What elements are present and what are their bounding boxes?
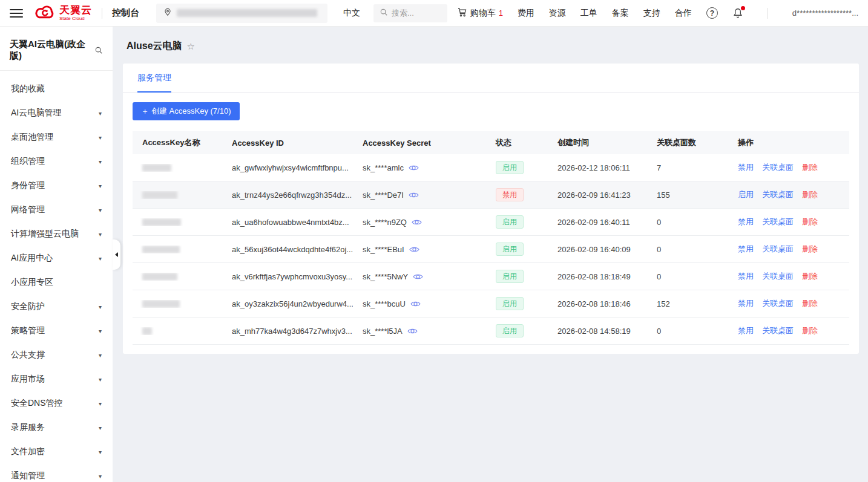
cloud-logo-icon bbox=[34, 4, 56, 22]
chevron-down-icon: ▾ bbox=[99, 376, 102, 383]
service-card: 服务管理 ＋ 创建 AccessKey (7/10) AccessKey名称Ac… bbox=[123, 64, 859, 354]
eye-icon[interactable] bbox=[412, 218, 422, 226]
accesskey-secret: sk_****De7I bbox=[363, 191, 404, 200]
row-action[interactable]: 关联桌面 bbox=[762, 298, 794, 309]
plus-icon: ＋ bbox=[141, 106, 149, 117]
eye-icon[interactable] bbox=[407, 327, 418, 335]
delete-action[interactable]: 删除 bbox=[802, 189, 818, 200]
nav-item-tickets[interactable]: 工单 bbox=[580, 8, 597, 19]
delete-action[interactable]: 删除 bbox=[802, 271, 818, 282]
column-header: AccessKey ID bbox=[222, 138, 353, 148]
sidebar-item[interactable]: 安全防护 ▾ bbox=[0, 295, 113, 319]
eye-icon[interactable] bbox=[409, 246, 419, 253]
chevron-down-icon: ▾ bbox=[99, 134, 102, 141]
sidebar-collapse-button[interactable] bbox=[113, 239, 120, 270]
sidebar-item[interactable]: 公共支撑 ▾ bbox=[0, 343, 113, 367]
accesskey-name-redacted bbox=[142, 246, 180, 253]
sidebar-item[interactable]: 录屏服务 ▾ bbox=[0, 415, 113, 440]
help-icon[interactable]: ? bbox=[706, 7, 718, 19]
accesskey-id: ak_mh77ka4w4g3d647z7whxjv3... bbox=[232, 327, 352, 336]
eye-icon[interactable] bbox=[409, 191, 419, 199]
row-action[interactable]: 禁用 bbox=[738, 162, 754, 173]
row-action[interactable]: 启用 bbox=[738, 189, 754, 200]
chevron-down-icon: ▾ bbox=[99, 110, 102, 117]
sidebar-item[interactable]: 通知管理 ▾ bbox=[0, 464, 113, 482]
eye-icon[interactable] bbox=[410, 300, 421, 308]
row-actions: 启用关联桌面删除 bbox=[728, 189, 849, 200]
sidebar-item[interactable]: 应用市场 ▾ bbox=[0, 367, 113, 391]
accesskey-id: ak_oy3zakzix56j4un2wbyedurw4... bbox=[232, 299, 353, 308]
accesskey-secret: sk_****EBuI bbox=[363, 245, 404, 254]
table-row: ak_trnz44ys2e66qfrwzg3h354dz... sk_****D… bbox=[133, 181, 849, 209]
sidebar-item[interactable]: 小应用专区 ▾ bbox=[0, 270, 113, 295]
console-link[interactable]: 控制台 bbox=[112, 7, 139, 19]
sidebar-item[interactable]: 策略管理 ▾ bbox=[0, 319, 113, 343]
delete-action[interactable]: 删除 bbox=[802, 217, 818, 227]
row-action[interactable]: 关联桌面 bbox=[762, 162, 794, 173]
cart-button[interactable]: 购物车 1 bbox=[456, 7, 503, 20]
sidebar-search-icon[interactable] bbox=[94, 46, 103, 54]
region-name-redacted bbox=[177, 9, 317, 17]
account-menu[interactable]: d******************... bbox=[792, 8, 858, 18]
nav-item-cooperation[interactable]: 合作 bbox=[675, 8, 692, 19]
eye-icon[interactable] bbox=[413, 273, 423, 281]
sidebar-item[interactable]: 计算增强型云电脑 ▾ bbox=[0, 222, 113, 246]
row-action[interactable]: 禁用 bbox=[738, 271, 754, 282]
delete-action[interactable]: 删除 bbox=[802, 325, 818, 336]
created-time: 2026-02-08 18:18:46 bbox=[557, 299, 631, 308]
eye-icon[interactable] bbox=[409, 164, 419, 172]
tabbar: 服务管理 bbox=[123, 64, 859, 93]
created-time: 2026-02-09 16:41:23 bbox=[557, 191, 631, 200]
row-action[interactable]: 禁用 bbox=[738, 325, 754, 336]
page-title: AIuse云电脑 bbox=[127, 40, 182, 53]
row-action[interactable]: 关联桌面 bbox=[762, 271, 794, 282]
nav-item-resources[interactable]: 资源 bbox=[549, 8, 566, 19]
sidebar-item[interactable]: 文件加密 ▾ bbox=[0, 440, 113, 464]
table-row: ak_gwfwxiyhwjxsy4wicmftfbnpu... sk_****a… bbox=[133, 154, 849, 181]
create-accesskey-button[interactable]: ＋ 创建 AccessKey (7/10) bbox=[133, 102, 240, 120]
sidebar-item[interactable]: 桌面池管理 ▾ bbox=[0, 125, 113, 149]
sidebar-item[interactable]: 我的收藏 ▾ bbox=[0, 77, 113, 101]
row-action[interactable]: 关联桌面 bbox=[762, 325, 794, 336]
delete-action[interactable]: 删除 bbox=[802, 298, 818, 309]
sidebar-item[interactable]: AI应用中心 ▾ bbox=[0, 246, 113, 270]
nav-item-support[interactable]: 支持 bbox=[643, 8, 660, 19]
search-input[interactable] bbox=[392, 8, 440, 18]
delete-action[interactable]: 删除 bbox=[802, 244, 818, 255]
nav-item-filing[interactable]: 备案 bbox=[612, 8, 629, 19]
row-action[interactable]: 禁用 bbox=[738, 298, 754, 309]
chevron-down-icon: ▾ bbox=[99, 183, 102, 189]
row-action[interactable]: 关联桌面 bbox=[762, 189, 794, 200]
favorite-star-icon[interactable]: ☆ bbox=[187, 42, 195, 51]
chevron-down-icon: ▾ bbox=[99, 449, 102, 455]
top-navbar: 天翼云 State Cloud 控制台 中文 bbox=[0, 0, 868, 27]
nav-item-fees[interactable]: 费用 bbox=[518, 8, 534, 19]
row-action[interactable]: 禁用 bbox=[738, 217, 754, 227]
tab-service-management[interactable]: 服务管理 bbox=[137, 64, 171, 93]
accesskey-name-redacted bbox=[142, 191, 177, 199]
sidebar-item[interactable]: 身份管理 ▾ bbox=[0, 174, 113, 198]
chevron-down-icon: ▾ bbox=[99, 400, 102, 407]
status-badge: 启用 bbox=[496, 297, 524, 310]
sidebar-item[interactable]: 安全DNS管控 ▾ bbox=[0, 391, 113, 415]
sidebar-item[interactable]: 组织管理 ▾ bbox=[0, 149, 113, 174]
notifications-bell-icon[interactable] bbox=[732, 7, 743, 19]
desktop-count: 155 bbox=[657, 191, 670, 200]
hamburger-menu-icon[interactable] bbox=[10, 7, 23, 20]
language-switch[interactable]: 中文 bbox=[343, 8, 360, 19]
sidebar-item[interactable]: 网络管理 ▾ bbox=[0, 198, 113, 222]
global-search[interactable] bbox=[373, 4, 447, 22]
desktop-count: 0 bbox=[657, 218, 661, 227]
row-action[interactable]: 关联桌面 bbox=[762, 217, 794, 227]
collapse-left-icon bbox=[115, 252, 118, 257]
accesskey-secret: sk_****bcuU bbox=[363, 299, 406, 308]
chevron-down-icon: ▾ bbox=[99, 328, 102, 334]
row-action[interactable]: 禁用 bbox=[738, 244, 754, 255]
brand-logo[interactable]: 天翼云 State Cloud bbox=[34, 4, 92, 22]
chevron-down-icon: ▾ bbox=[99, 255, 102, 262]
region-selector[interactable] bbox=[156, 4, 327, 23]
sidebar: 天翼AI云电脑(政企版) 我的收藏 ▾ AI云电脑管理 ▾ 桌面池管理 ▾ 组织… bbox=[0, 27, 113, 482]
sidebar-item[interactable]: AI云电脑管理 ▾ bbox=[0, 101, 113, 125]
delete-action[interactable]: 删除 bbox=[802, 162, 818, 173]
row-action[interactable]: 关联桌面 bbox=[762, 244, 794, 255]
